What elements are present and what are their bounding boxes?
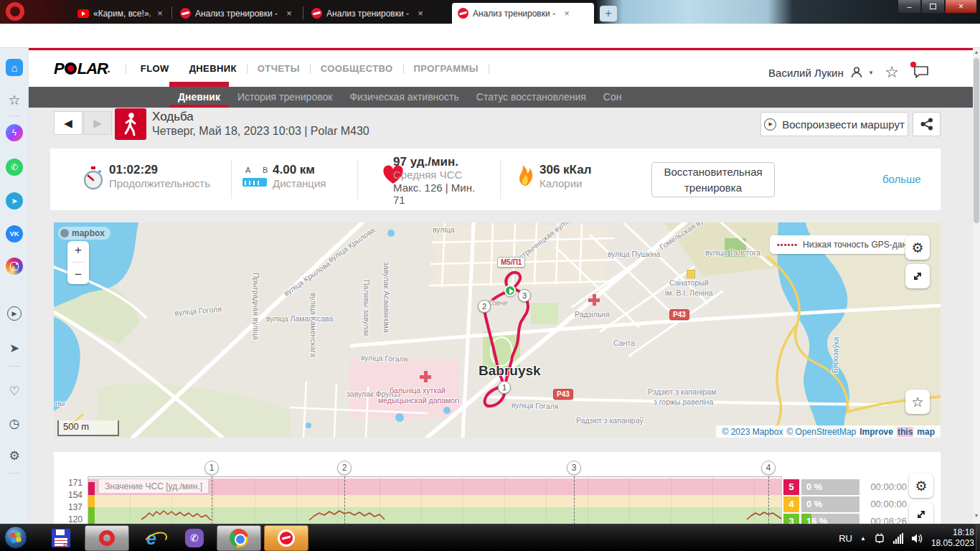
zone-row-4: 4 0 % 00:00:00 [783,496,907,512]
whatsapp-icon[interactable]: ✆ [6,159,23,176]
chart-settings-button[interactable]: ⚙ [909,474,933,498]
km-line-3 [574,476,575,524]
volume-icon[interactable] [911,533,923,544]
map-fullscreen-button[interactable] [905,264,930,288]
more-link[interactable]: больше [882,173,921,185]
new-tab-button[interactable]: + [600,6,617,22]
nav-reports[interactable]: ОТЧЕТЫ [248,63,310,74]
map-favorite-button[interactable]: ☆ [905,390,930,414]
subnav-diary[interactable]: Дневник [169,87,229,108]
y-tick: 171 [57,478,83,488]
polar-favicon [311,8,322,19]
mapbox-logo[interactable]: mapbox [58,227,110,240]
zone-row-5: 5 0 % 00:00:00 [783,479,907,495]
settings-gear-icon[interactable]: ⚙ [6,447,23,464]
next-session-button[interactable]: ▶ [83,111,112,135]
subnav-history[interactable]: История тренировок [229,87,341,108]
tab-title: Анализ тренировки - Pola [195,9,280,19]
calories-flame-icon [517,163,534,190]
zoom-out-button[interactable]: − [75,268,82,282]
tray-expand-icon[interactable]: ▲ [860,535,866,542]
taskbar-polar-running[interactable] [264,525,308,551]
tab-close-icon[interactable]: × [155,8,165,19]
street-label: вуліца Каменскага [309,293,318,357]
scroll-up-arrow[interactable]: ▲ [973,48,980,57]
nav-flow[interactable]: FLOW [131,63,179,74]
map-settings-button[interactable]: ⚙ [905,235,930,260]
taskbar-ie[interactable]: e [135,525,168,551]
notification-badge [910,62,916,67]
attr-improve-link[interactable]: Improve [859,427,893,437]
subnav-recovery[interactable]: Статус восстановления [468,87,595,108]
share-button[interactable] [913,112,941,136]
zoom-in-button[interactable]: + [75,243,82,258]
subnav-sleep[interactable]: Сон [595,87,631,108]
route-map[interactable]: Babruysk Гомельская вуліца вуліца Крылов… [54,222,941,438]
browser-tab-polar-active[interactable]: Анализ тренировки - Pola × [452,3,594,24]
window-minimize-button[interactable]: – [897,0,921,14]
taskbar-opera-running[interactable] [85,525,129,551]
window-controls: – × [897,0,977,14]
hr-chart-card: 171 154 137 120 1 [54,452,941,524]
start-button[interactable] [4,526,27,549]
browser-tab-polar-1[interactable]: Анализ тренировки - Pola × [174,3,301,24]
language-indicator[interactable]: RU [839,533,852,544]
history-clock-icon[interactable]: ◷ [6,415,23,432]
zone-number: 4 [783,496,799,512]
telegram-icon[interactable]: ➤ [6,192,23,209]
taskbar-chrome-running[interactable] [217,525,261,551]
show-desktop-button[interactable] [976,524,980,551]
gear-icon: ⚙ [911,240,923,256]
user-name[interactable]: Василий Лукин [768,67,844,79]
nav-diary[interactable]: ДНЕВНИК [179,63,247,74]
notifications-icon[interactable] [913,65,930,81]
nav-community[interactable]: СООБЩЕСТВО [311,63,403,74]
bookmarks-star-icon[interactable]: ☆ [6,91,23,108]
attr-improve-map[interactable]: map [917,427,935,437]
window-close-button[interactable]: × [945,0,977,14]
map-zoom-control: + − [67,241,89,284]
player-icon[interactable]: ▶ [6,305,23,322]
session-title: Ходьба [152,110,194,124]
browser-tab-youtube[interactable]: «Карим, все!». Халили, Ка × [72,3,169,24]
taskbar-clock[interactable]: 18:18 18.05.2023 [931,527,974,549]
polar-logo[interactable]: PLAR. [54,60,110,78]
tab-title: «Карим, все!». Халили, Ка [93,9,151,19]
user-menu: Василий Лукин ▾ ☆ [768,63,930,82]
gear-icon: ⚙ [915,478,927,494]
attr-mapbox-link[interactable]: © 2023 Mapbox [722,427,783,437]
my-flow-icon[interactable]: ➤ [6,339,23,357]
nav-programs[interactable]: ПРОГРАММЫ [404,63,489,74]
tab-close-icon[interactable]: × [415,8,425,19]
subnav-activity[interactable]: Физическая активность [341,87,467,108]
power-plug-icon[interactable] [874,532,885,544]
browser-tab-polar-2[interactable]: Анализ тренировки - Pola × [306,3,432,24]
taskbar-viber[interactable]: ✆ [178,525,211,551]
chevron-down-icon[interactable]: ▾ [870,69,873,76]
tab-close-icon[interactable]: × [284,8,294,19]
scroll-thumb[interactable] [974,58,979,223]
hr-avg-value: 97 уд./мин. [393,155,458,169]
instagram-icon[interactable] [6,258,23,275]
favorite-star-icon[interactable]: ☆ [885,63,899,82]
poi-label: Радзільня [575,310,610,319]
floppy-icon: 64 [52,529,70,547]
prev-session-button[interactable]: ◀ [54,111,83,135]
hospital-cross-icon [420,371,431,382]
speed-dial-home-icon[interactable]: ⌂ [6,59,23,76]
chart-expand-button[interactable] [909,502,933,524]
taskbar-save-icon[interactable]: 64 [44,525,77,551]
network-signal-icon[interactable] [893,533,903,544]
attr-improve-this[interactable]: this [897,427,913,437]
vk-icon[interactable]: VK [6,225,23,242]
opera-logo-icon[interactable] [6,2,24,21]
window-maximize-button[interactable] [921,0,945,14]
tab-close-icon[interactable]: × [562,8,572,19]
messenger-icon[interactable]: ϟ [6,124,23,141]
scroll-down-arrow[interactable]: ▼ [973,512,980,520]
attr-osm-link[interactable]: © OpenStreetMap [786,427,856,437]
page-scrollbar[interactable]: ▲ ▼ [973,48,980,524]
play-route-button[interactable]: ▶ Воспроизвести маршрут [760,112,908,136]
person-icon[interactable] [850,66,863,79]
favorites-heart-icon[interactable]: ♡ [6,382,23,400]
